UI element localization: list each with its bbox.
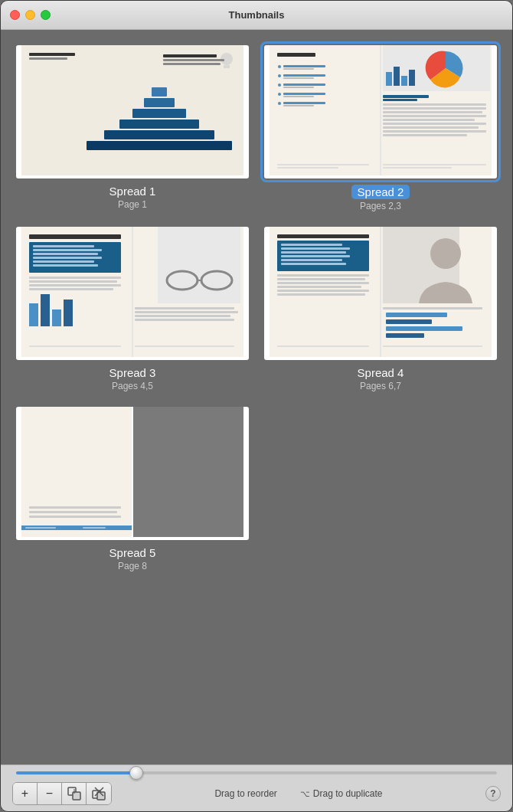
spread-item-2[interactable]: Spread 2 Pages 2,3 <box>264 45 497 211</box>
remove-page-button[interactable]: − <box>38 783 62 804</box>
svg-rect-53 <box>383 167 452 169</box>
svg-rect-6 <box>152 87 167 97</box>
spread-item-4[interactable]: Spread 4 Pages 6,7 <box>264 227 497 391</box>
spread-item-3[interactable]: Spread 3 Pages 4,5 <box>16 227 249 391</box>
svg-rect-73 <box>158 227 240 303</box>
svg-rect-7 <box>144 98 175 107</box>
svg-rect-108 <box>383 345 482 347</box>
svg-rect-63 <box>33 260 94 263</box>
svg-rect-62 <box>33 257 102 259</box>
svg-rect-104 <box>386 313 447 317</box>
svg-rect-91 <box>281 255 350 257</box>
svg-rect-43 <box>383 103 486 106</box>
spread-thumb-1 <box>16 45 249 178</box>
spread3-label-container: Spread 3 Pages 4,5 <box>109 366 156 391</box>
spread4-label-container: Spread 4 Pages 6,7 <box>358 366 404 391</box>
svg-rect-89 <box>281 247 350 250</box>
svg-rect-88 <box>281 244 342 246</box>
maximize-button[interactable] <box>41 10 51 20</box>
toolbar-hints: Drag to reorder ⌥ Drag to duplicate <box>112 788 485 799</box>
spread5-svg <box>16 407 249 537</box>
svg-rect-40 <box>409 70 415 86</box>
toolbar-buttons: + − <box>12 782 112 805</box>
svg-rect-29 <box>283 96 314 97</box>
spread-item-5[interactable]: Spread 5 Page 8 <box>16 407 249 571</box>
titlebar: Thumbnails <box>1 1 512 30</box>
svg-rect-20 <box>283 68 314 70</box>
spread1-pages: Page 1 <box>118 199 147 210</box>
spread4-name: Spread 4 <box>358 366 404 379</box>
delete-page-button[interactable] <box>87 783 111 804</box>
footer: + − <box>1 765 512 811</box>
svg-rect-50 <box>383 130 486 133</box>
svg-rect-14 <box>270 45 380 175</box>
svg-rect-37 <box>386 72 392 86</box>
svg-rect-106 <box>386 326 462 331</box>
svg-rect-79 <box>135 315 230 317</box>
zoom-slider-thumb[interactable] <box>129 766 143 780</box>
svg-rect-98 <box>277 290 369 292</box>
duplicate-hint-text: Drag to duplicate <box>313 788 383 799</box>
spread5-pages: Page 8 <box>118 561 147 571</box>
svg-rect-97 <box>277 286 361 288</box>
svg-rect-81 <box>29 345 121 347</box>
svg-rect-59 <box>33 245 94 247</box>
svg-rect-39 <box>401 76 407 86</box>
minimize-button[interactable] <box>25 10 35 20</box>
add-page-button[interactable]: + <box>13 783 38 804</box>
svg-rect-67 <box>29 284 121 286</box>
spread3-name: Spread 3 <box>109 366 156 379</box>
svg-rect-41 <box>383 95 429 98</box>
svg-rect-100 <box>277 345 369 347</box>
svg-point-18 <box>278 65 281 68</box>
svg-rect-9 <box>119 120 199 129</box>
svg-rect-90 <box>281 251 346 254</box>
spread1-svg <box>16 45 249 175</box>
svg-rect-72 <box>64 300 73 326</box>
window-title: Thumbnails <box>229 9 285 21</box>
spread-thumb-3 <box>16 227 249 360</box>
svg-rect-10 <box>104 130 214 139</box>
svg-rect-33 <box>277 164 369 165</box>
svg-rect-66 <box>29 280 117 283</box>
svg-rect-82 <box>135 345 234 347</box>
spread-thumb-5 <box>16 407 249 540</box>
svg-rect-26 <box>283 87 314 88</box>
reorder-hint-text: Drag to reorder <box>214 788 276 799</box>
svg-rect-47 <box>383 119 475 121</box>
spread-item-1[interactable]: Spread 1 Page 1 <box>16 45 249 211</box>
spread1-name: Spread 1 <box>109 185 156 198</box>
svg-rect-105 <box>386 319 432 324</box>
svg-rect-80 <box>135 319 234 321</box>
svg-rect-23 <box>283 77 314 79</box>
spread5-name: Spread 5 <box>109 546 156 559</box>
svg-rect-51 <box>383 134 467 136</box>
svg-rect-68 <box>29 288 113 290</box>
svg-rect-93 <box>281 263 346 265</box>
svg-rect-95 <box>277 278 365 280</box>
svg-rect-115 <box>25 527 56 529</box>
svg-rect-46 <box>383 115 486 117</box>
spread-thumb-4 <box>264 227 497 360</box>
svg-point-27 <box>278 93 281 96</box>
svg-rect-92 <box>281 259 342 261</box>
spread2-label-container: Spread 2 Pages 2,3 <box>351 185 410 211</box>
spread4-pages: Pages 6,7 <box>360 381 401 391</box>
svg-rect-19 <box>283 65 325 67</box>
svg-rect-52 <box>383 164 486 165</box>
svg-rect-44 <box>383 107 486 110</box>
spread4-svg <box>264 227 497 357</box>
close-button[interactable] <box>10 10 20 20</box>
move-page-button[interactable] <box>62 783 87 804</box>
svg-rect-113 <box>29 516 121 518</box>
reorder-hint: Drag to reorder <box>214 788 276 799</box>
svg-rect-65 <box>29 277 121 279</box>
svg-rect-57 <box>29 234 121 239</box>
svg-rect-45 <box>383 111 482 113</box>
svg-rect-4 <box>163 59 224 61</box>
svg-point-21 <box>278 74 281 77</box>
help-button[interactable]: ? <box>485 786 501 801</box>
svg-rect-64 <box>33 264 98 267</box>
svg-rect-110 <box>133 407 243 537</box>
svg-point-102 <box>430 238 461 269</box>
